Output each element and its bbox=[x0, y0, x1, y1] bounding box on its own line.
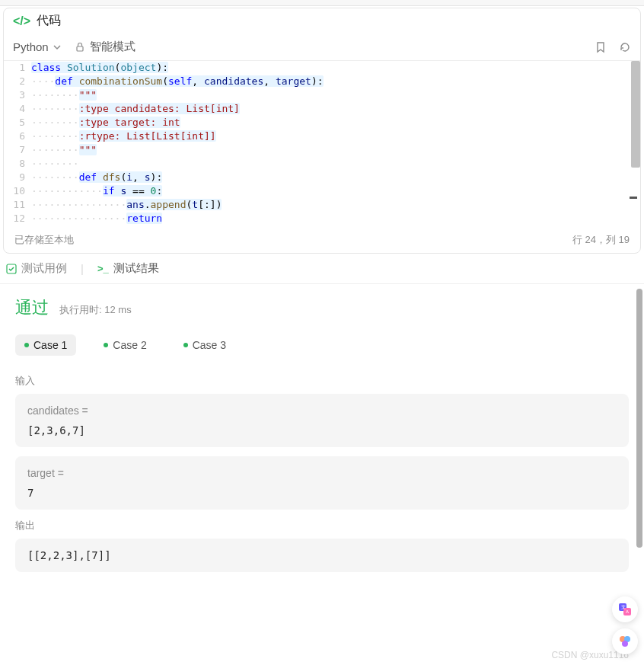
terminal-icon: >_ bbox=[97, 263, 109, 274]
case-tabs: Case 1Case 2Case 3 bbox=[15, 334, 629, 356]
reset-button[interactable] bbox=[619, 41, 631, 53]
assistant-float-button[interactable] bbox=[612, 628, 638, 654]
language-selector[interactable]: Python bbox=[13, 40, 61, 53]
toolbar-right bbox=[595, 41, 631, 53]
runtime-info: 执行用时: 12 ms bbox=[59, 303, 132, 317]
results-scrollbar[interactable] bbox=[636, 289, 642, 638]
code-icon: </> bbox=[13, 14, 30, 28]
output-box: [[2,2,3],[7]] bbox=[15, 539, 629, 572]
input-section-label: 输入 bbox=[15, 374, 629, 388]
input-box-0: candidates =[2,3,6,7] bbox=[15, 394, 629, 447]
svg-text:A: A bbox=[626, 609, 629, 614]
result-status: 通过 bbox=[15, 296, 49, 319]
check-icon bbox=[6, 264, 17, 274]
lock-icon bbox=[75, 42, 85, 53]
code-title: 代码 bbox=[37, 13, 61, 29]
tab-testcase-label: 测试用例 bbox=[21, 261, 67, 276]
editor-area[interactable]: 123456789101112 class Solution(object):·… bbox=[4, 61, 640, 227]
top-strip bbox=[0, 0, 644, 6]
code-panel: </> 代码 Python 智能模式 123456789101112 bbox=[3, 8, 641, 254]
case-tab-1[interactable]: Case 1 bbox=[15, 334, 76, 356]
input-field-value: [2,3,6,7] bbox=[27, 424, 617, 436]
case-tab-3[interactable]: Case 3 bbox=[174, 334, 235, 356]
language-label: Python bbox=[13, 40, 49, 53]
editor-scrollbar[interactable] bbox=[631, 61, 640, 227]
bottom-tabs: 测试用例 | >_ 测试结果 bbox=[0, 254, 644, 283]
status-dot-icon bbox=[24, 343, 29, 347]
tab-result[interactable]: >_ 测试结果 bbox=[97, 261, 159, 276]
output-value: [[2,2,3],[7]] bbox=[27, 549, 617, 561]
case-tab-2[interactable]: Case 2 bbox=[94, 334, 155, 356]
tab-result-label: 测试结果 bbox=[113, 261, 159, 276]
tab-testcase[interactable]: 测试用例 bbox=[6, 261, 67, 276]
scrollbar-thumb[interactable] bbox=[631, 61, 640, 168]
results-scrollbar-thumb[interactable] bbox=[636, 289, 642, 548]
line-gutter: 123456789101112 bbox=[4, 61, 31, 225]
tab-separator: | bbox=[81, 262, 84, 275]
editor-status-bar: 已存储至本地 行 24，列 19 bbox=[4, 227, 640, 253]
input-box-1: target =7 bbox=[15, 456, 629, 510]
translate-float-button[interactable]: 文A bbox=[612, 596, 638, 622]
svg-rect-0 bbox=[77, 46, 83, 51]
result-header: 通过 执行用时: 12 ms bbox=[15, 296, 629, 319]
status-dot-icon bbox=[104, 343, 108, 347]
editor-toolbar: Python 智能模式 bbox=[4, 34, 640, 61]
saved-status: 已存储至本地 bbox=[14, 233, 74, 247]
input-field-name: candidates = bbox=[27, 404, 617, 417]
chevron-down-icon bbox=[53, 43, 61, 51]
svg-text:文: 文 bbox=[621, 604, 626, 609]
input-field-name: target = bbox=[27, 467, 617, 479]
code-content[interactable]: class Solution(object):····def combinati… bbox=[31, 61, 640, 225]
smart-mode-toggle[interactable]: 智能模式 bbox=[75, 40, 135, 54]
scrollbar-mark bbox=[630, 197, 637, 199]
code-header: </> 代码 bbox=[4, 8, 640, 34]
bookmark-button[interactable] bbox=[595, 41, 607, 53]
mode-label: 智能模式 bbox=[90, 40, 135, 54]
output-section-label: 输出 bbox=[15, 519, 629, 532]
svg-point-8 bbox=[622, 641, 628, 647]
cursor-position: 行 24，列 19 bbox=[572, 233, 630, 247]
input-field-value: 7 bbox=[27, 487, 617, 499]
status-dot-icon bbox=[183, 343, 188, 347]
results-panel: 通过 执行用时: 12 ms Case 1Case 2Case 3 输入 can… bbox=[0, 283, 644, 643]
